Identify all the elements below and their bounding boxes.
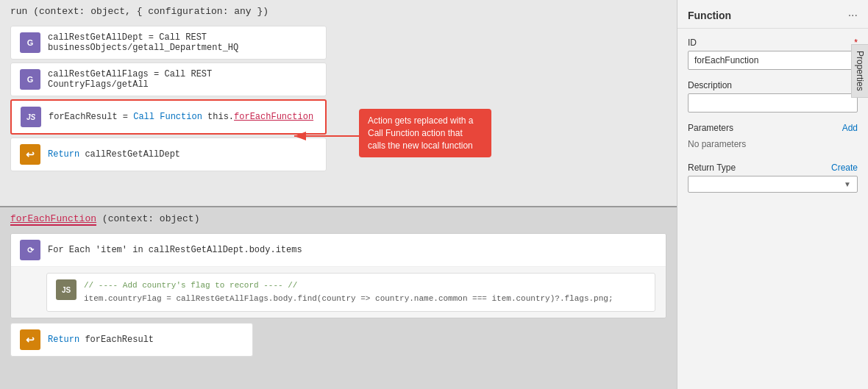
parameters-field-label: Parameters Add bbox=[688, 123, 858, 133]
description-field-label: Description bbox=[688, 80, 858, 90]
description-input[interactable] bbox=[688, 93, 858, 113]
return-type-dropdown[interactable]: ▼ bbox=[688, 176, 858, 193]
js-code-block: // ---- Add country's flag to record ---… bbox=[84, 279, 613, 305]
return-icon-lower: ↩ bbox=[20, 329, 40, 350]
run-function-signature: run (context: object, { configuration: a… bbox=[10, 6, 268, 17]
action-block-3[interactable]: JS forEachResult = Call Function this.fo… bbox=[10, 99, 327, 135]
lower-region: forEachFunction (context: object) ⟳ For … bbox=[0, 206, 677, 389]
right-panel: Function ··· ID * Description Parameters… bbox=[677, 0, 868, 389]
id-field-label: ID * bbox=[688, 38, 858, 48]
field-group-return-type: Return Type Create ▼ bbox=[688, 163, 858, 193]
foreach-code: For Each 'item' in callRestGetAllDept.bo… bbox=[48, 245, 302, 255]
main-canvas: run (context: object, { configuration: a… bbox=[0, 0, 677, 389]
foreach-function-link[interactable]: forEachFunction bbox=[10, 213, 96, 226]
foreach-header: ⟳ For Each 'item' in callRestGetAllDept.… bbox=[11, 234, 666, 267]
action-block-return-lower[interactable]: ↩ Return forEachResult bbox=[10, 323, 253, 357]
upper-region: run (context: object, { configuration: a… bbox=[0, 0, 677, 180]
action-code-3: forEachResult = Call Function this.forEa… bbox=[49, 112, 313, 122]
return-type-field-label: Return Type Create bbox=[688, 163, 858, 173]
foreach-body: JS // ---- Add country's flag to record … bbox=[11, 267, 666, 318]
return-code-lower: Return forEachResult bbox=[48, 335, 154, 345]
add-parameter-link[interactable]: Add bbox=[842, 123, 858, 133]
action-block-4[interactable]: ↩ Return callRestGetAllDept bbox=[10, 138, 327, 171]
id-input[interactable] bbox=[688, 51, 858, 70]
js-icon-small: JS bbox=[56, 279, 77, 300]
panel-body: ID * Description Parameters Add No param… bbox=[677, 29, 868, 389]
annotation-container: Action gets replaced with a Call Functio… bbox=[316, 109, 491, 157]
dropdown-arrow-icon: ▼ bbox=[844, 180, 851, 188]
action-code-4: Return callRestGetAllDept bbox=[48, 149, 180, 160]
action-code-2: callRestGetAllFlags = Call REST CountryF… bbox=[48, 69, 317, 90]
js-icon-1: JS bbox=[21, 107, 41, 127]
no-parameters-text: No parameters bbox=[688, 136, 858, 152]
create-return-type-link[interactable]: Create bbox=[831, 163, 858, 173]
foreach-icon: ⟳ bbox=[20, 240, 40, 260]
action-block-2[interactable]: G callRestGetAllFlags = Call REST Countr… bbox=[10, 63, 327, 96]
js-inner-block[interactable]: JS // ---- Add country's flag to record … bbox=[46, 273, 655, 312]
foreach-block[interactable]: ⟳ For Each 'item' in callRestGetAllDept.… bbox=[10, 233, 666, 318]
rest-icon-2: G bbox=[20, 69, 40, 90]
js-code-line: item.countryFlag = callRestGetAllFlags.b… bbox=[84, 293, 613, 306]
lower-function-header: forEachFunction (context: object) bbox=[0, 207, 677, 230]
properties-tab[interactable]: Properties bbox=[851, 44, 868, 98]
top-function-header: run (context: object, { configuration: a… bbox=[0, 0, 677, 23]
rest-icon-1: G bbox=[20, 32, 40, 53]
action-block-1[interactable]: G callRestGetAllDept = Call REST busines… bbox=[10, 26, 327, 60]
panel-header: Function ··· bbox=[677, 0, 868, 29]
return-icon-1: ↩ bbox=[20, 144, 40, 165]
field-group-id: ID * bbox=[688, 38, 858, 70]
panel-title: Function bbox=[688, 10, 731, 21]
action-code-1: callRestGetAllDept = Call REST businessO… bbox=[48, 32, 317, 53]
field-group-parameters: Parameters Add No parameters bbox=[688, 123, 858, 152]
field-group-description: Description bbox=[688, 80, 858, 113]
js-comment: // ---- Add country's flag to record ---… bbox=[84, 279, 613, 293]
panel-menu-icon[interactable]: ··· bbox=[848, 9, 858, 22]
annotation-box: Action gets replaced with a Call Functio… bbox=[359, 109, 491, 157]
